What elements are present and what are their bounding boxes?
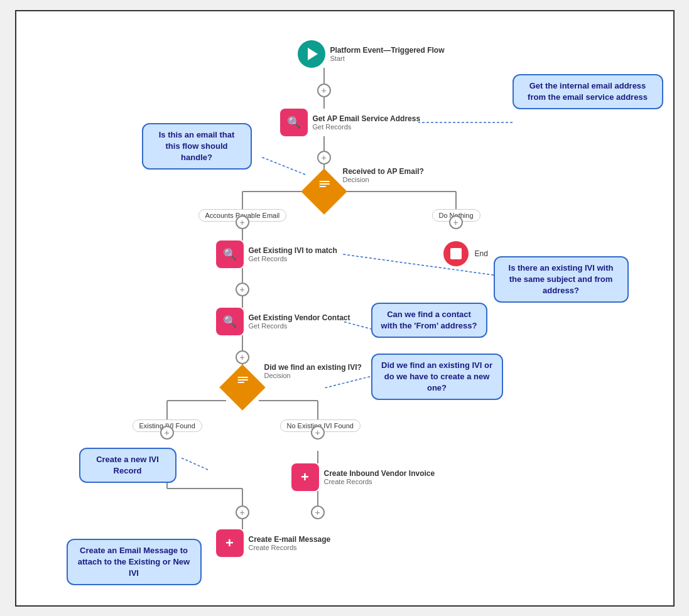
svg-line-25 — [343, 254, 494, 275]
create-email-node: + Create E-mail Message Create Records — [216, 529, 331, 557]
flow-canvas: Platform Event—Triggered Flow Start + 🔍 … — [15, 10, 675, 607]
get-vendor-icon: 🔍 — [216, 308, 244, 335]
get-ivi-label: Get Existing IVI to match Get Records — [249, 246, 337, 262]
end-node — [443, 241, 469, 266]
callout-existing-ivi: Is there an existing IVI with the same s… — [494, 256, 629, 303]
create-inbound-label: Create Inbound Vendor Invoice Create Rec… — [324, 469, 435, 485]
add-btn-3[interactable]: + — [236, 215, 249, 229]
add-btn-4[interactable]: + — [236, 283, 249, 296]
get-vendor-node: 🔍 Get Existing Vendor Contact Get Record… — [216, 308, 350, 335]
plus-icon-2: + — [225, 535, 234, 551]
callout-contact-from: Can we find a contact with the 'From' ad… — [371, 303, 487, 338]
add-btn-1[interactable]: + — [317, 84, 331, 97]
diamond1 — [301, 168, 347, 215]
get-ap-subtitle: Get Records — [313, 123, 421, 131]
end-label: End — [475, 249, 488, 258]
start-icon — [298, 40, 325, 68]
callout-create-email-msg: Create an Email Message to attach to the… — [67, 539, 202, 586]
get-ap-title: Get AP Email Service Address — [313, 114, 421, 123]
create-email-title: Create E-mail Message — [249, 535, 331, 544]
svg-line-23 — [261, 157, 305, 175]
start-title: Platform Event—Triggered Flow — [330, 46, 445, 55]
add-btn-9[interactable]: + — [311, 505, 325, 519]
create-inbound-subtitle: Create Records — [324, 478, 435, 485]
search-icon-1: 🔍 — [287, 116, 301, 129]
decision2-label: Did we find an existing IVI? Decision — [264, 363, 362, 379]
plus-icon-1: + — [301, 469, 309, 485]
create-email-icon: + — [216, 529, 244, 557]
add-btn-7[interactable]: + — [311, 426, 325, 440]
callout-internal-email: Get the internal email address from the … — [513, 74, 663, 109]
decision2-diamond — [226, 371, 259, 404]
get-vendor-title: Get Existing Vendor Contact — [249, 313, 350, 322]
add-btn-5[interactable]: + — [236, 350, 249, 364]
get-ivi-node: 🔍 Get Existing IVI to match Get Records — [216, 240, 337, 268]
decision2-title: Did we find an existing IVI? — [264, 363, 362, 372]
start-node: Platform Event—Triggered Flow Start — [298, 40, 445, 68]
stop-icon — [450, 248, 462, 259]
search-icon-2: 🔍 — [223, 247, 237, 261]
start-label: Platform Event—Triggered Flow Start — [330, 46, 445, 62]
get-ivi-subtitle: Get Records — [249, 255, 337, 262]
add-btn-right[interactable]: + — [449, 215, 463, 229]
get-vendor-label: Get Existing Vendor Contact Get Records — [249, 313, 350, 330]
callout-create-new: Create a new IVI Record — [79, 448, 176, 483]
add-btn-6[interactable]: + — [160, 426, 174, 440]
get-vendor-subtitle: Get Records — [249, 322, 350, 330]
decision2-subtitle: Decision — [264, 372, 362, 379]
decision1-subtitle: Decision — [343, 176, 424, 183]
get-ivi-icon: 🔍 — [216, 240, 244, 268]
decision1-diamond — [308, 175, 340, 208]
get-ap-label: Get AP Email Service Address Get Records — [313, 114, 421, 131]
create-inbound-title: Create Inbound Vendor Invoice — [324, 469, 435, 478]
play-icon — [308, 48, 318, 60]
add-btn-2[interactable]: + — [317, 151, 331, 165]
create-email-label: Create E-mail Message Create Records — [249, 535, 331, 551]
search-icon-3: 🔍 — [223, 315, 237, 328]
add-btn-8[interactable]: + — [236, 505, 249, 519]
decision1-label: Received to AP Email? Decision — [343, 167, 424, 183]
get-ivi-title: Get Existing IVI to match — [249, 246, 337, 255]
create-inbound-node: + Create Inbound Vendor Invoice Create R… — [291, 463, 435, 491]
get-ap-icon: 🔍 — [280, 109, 308, 136]
get-ap-node: 🔍 Get AP Email Service Address Get Recor… — [280, 109, 421, 136]
diamond2 — [219, 364, 266, 411]
callout-existing-or-new: Did we find an existing IVI or do we hav… — [371, 354, 503, 401]
create-inbound-icon: + — [291, 463, 319, 491]
start-subtitle: Start — [330, 55, 445, 62]
svg-line-28 — [180, 457, 208, 470]
callout-email-handle: Is this an email that this flow should h… — [142, 123, 252, 170]
create-email-subtitle: Create Records — [249, 544, 331, 551]
decision1-title: Received to AP Email? — [343, 167, 424, 176]
